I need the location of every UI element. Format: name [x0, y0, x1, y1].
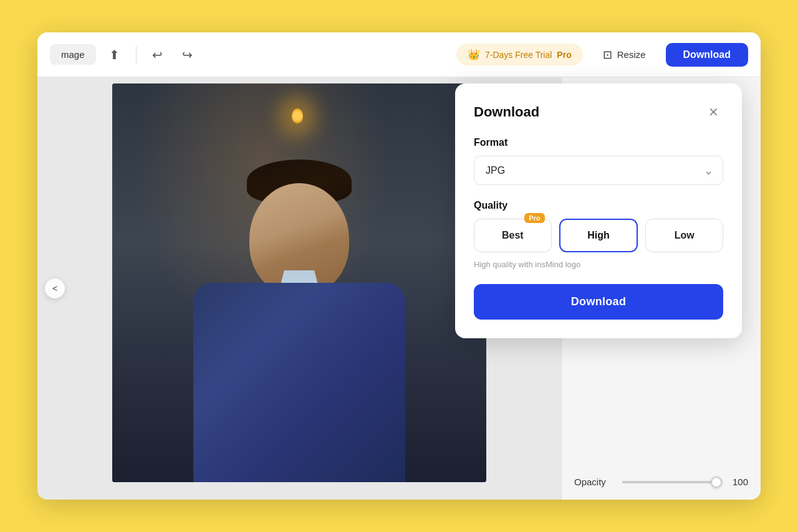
crown-icon: 👑 [468, 49, 480, 60]
format-select[interactable]: JPG PNG WEBP [474, 156, 723, 185]
modal-download-button[interactable]: Download [474, 284, 723, 320]
modal-close-button[interactable]: ✕ [703, 102, 723, 122]
main-download-button[interactable]: Download [666, 43, 748, 67]
resize-icon: ⊡ [603, 48, 612, 62]
toolbar-divider [136, 46, 137, 64]
pro-tag: Pro [524, 213, 544, 223]
modal-title: Download [474, 104, 539, 120]
light-bulb [292, 108, 303, 123]
toolbar-left: mage ⬆ ↩ ↪ [50, 44, 449, 66]
modal-header: Download ✕ [474, 102, 723, 122]
toolbar-right: 👑 7-Days Free Trial Pro ⊡ Resize Downloa… [456, 43, 748, 67]
opacity-value: 100 [729, 477, 748, 487]
format-select-wrapper: JPG PNG WEBP ⌄ [474, 156, 723, 185]
trial-badge[interactable]: 👑 7-Days Free Trial Pro [456, 44, 583, 65]
nav-arrow-left[interactable]: < [45, 278, 65, 298]
resize-label: Resize [617, 49, 646, 60]
quality-high-label: High [587, 230, 610, 240]
quality-label: Quality [474, 200, 723, 211]
resize-button[interactable]: ⊡ Resize [592, 43, 657, 67]
quality-best-label: Best [502, 230, 524, 240]
suit-body [193, 283, 405, 482]
quality-high-button[interactable]: High [559, 219, 638, 252]
quality-low-label: Low [675, 230, 695, 240]
format-label: Format [474, 137, 723, 148]
quality-options: Pro Best High Low [474, 219, 723, 252]
toolbar: mage ⬆ ↩ ↪ 👑 7-Days Free Trial Pro ⊡ Res… [37, 32, 761, 77]
cloud-upload-icon[interactable]: ⬆ [103, 44, 126, 66]
quality-low-button[interactable]: Low [645, 219, 723, 252]
opacity-section: Opacity 100 [562, 464, 761, 500]
main-content: < Opacity 100 Download [37, 77, 761, 500]
undo-icon[interactable]: ↩ [147, 44, 169, 66]
opacity-row: Opacity 100 [574, 477, 748, 487]
opacity-slider-thumb[interactable] [711, 477, 722, 488]
portrait-photo [112, 83, 486, 482]
opacity-slider[interactable] [622, 481, 722, 483]
app-container: mage ⬆ ↩ ↪ 👑 7-Days Free Trial Pro ⊡ Res… [37, 32, 761, 500]
pro-label: Pro [557, 50, 571, 60]
trial-badge-label: 7-Days Free Trial [485, 50, 552, 60]
opacity-slider-fill [622, 481, 722, 483]
quality-best-button[interactable]: Pro Best [474, 219, 552, 252]
download-modal: Download ✕ Format JPG PNG WEBP ⌄ Quality [455, 83, 742, 338]
quality-description: High quality with insMind logo [474, 260, 723, 269]
image-tab[interactable]: mage [50, 44, 96, 65]
redo-icon[interactable]: ↪ [176, 44, 199, 66]
opacity-label: Opacity [574, 477, 615, 487]
